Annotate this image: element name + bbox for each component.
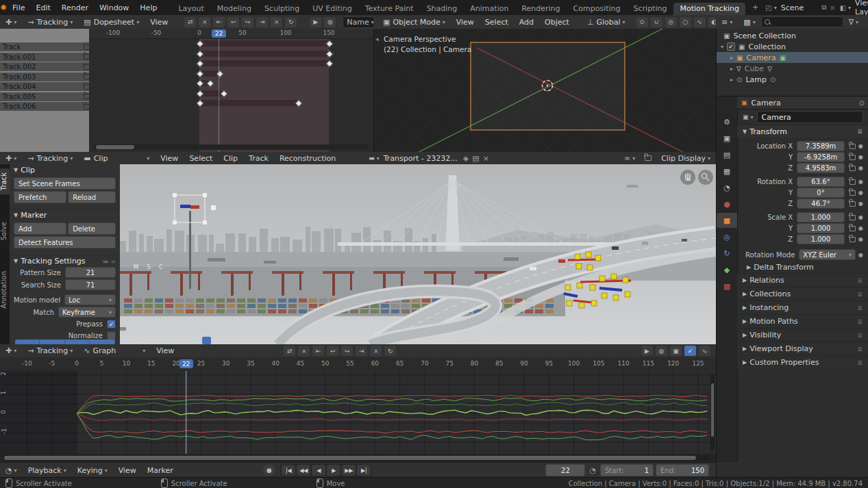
workspace-tab-texture-paint[interactable]: Texture Paint xyxy=(359,3,420,15)
jump-first-icon[interactable]: ⇤ xyxy=(312,345,325,357)
graph-hscrollbar[interactable] xyxy=(3,455,708,461)
menu-help[interactable]: Help xyxy=(134,0,162,15)
lock-icon[interactable] xyxy=(850,144,856,149)
graph-mode-dropdown[interactable]: ⇝Tracking▾ xyxy=(22,344,78,357)
properties-tab-tool[interactable]: ⚙ xyxy=(717,114,737,129)
workspace-tab-layout[interactable]: Layout xyxy=(172,3,210,15)
snap-magnet-icon[interactable]: ∪ xyxy=(650,16,663,28)
workspace-tab-sculpting[interactable]: Sculpting xyxy=(258,3,306,15)
clip-menu-view[interactable]: View xyxy=(155,152,184,164)
properties-tab-object-data[interactable]: ◆ xyxy=(717,262,737,277)
channel-track.005[interactable]: Track.005 xyxy=(0,92,93,101)
current-frame-field[interactable]: 22 xyxy=(545,464,585,476)
viewport-menu-view[interactable]: View xyxy=(451,15,480,29)
section-collections[interactable]: ▶Collections≣ xyxy=(737,287,868,300)
graph-view-menu[interactable]: View xyxy=(151,344,179,357)
match-dropdown[interactable]: Keyframe▾ xyxy=(58,307,116,318)
outliner-item-camera[interactable]: Camera xyxy=(746,53,776,62)
expand-icon[interactable]: ▸ xyxy=(730,55,733,61)
clip-menu-select[interactable]: Select xyxy=(184,152,218,164)
scene-selector[interactable]: ◰▾ Scene ⧉ × xyxy=(765,2,835,13)
value-field[interactable]: 4.9583m xyxy=(797,163,845,173)
clip-display-dropdown[interactable]: Clip Display▾ xyxy=(656,152,716,164)
motion-model-dropdown[interactable]: Loc▾ xyxy=(64,294,116,305)
viewport-menu-object[interactable]: Object xyxy=(539,15,575,29)
detect-features-button[interactable]: Detect Features xyxy=(14,236,116,248)
outliner-filter-button[interactable]: ∇▾ xyxy=(843,15,864,29)
section-custom-properties[interactable]: ▶Custom Properties≣ xyxy=(737,355,868,369)
clip-editor-type-button[interactable]: ✚▾ xyxy=(0,152,22,164)
graph-area[interactable]: 210-1 xyxy=(0,371,716,462)
breadcrumb[interactable]: Camera xyxy=(752,99,781,107)
section-visibility[interactable]: ▶Visibility≣ xyxy=(737,328,868,342)
current-frame-tag[interactable]: 22 xyxy=(212,29,226,38)
menu-file[interactable]: File xyxy=(7,0,30,15)
viewport-menu-select[interactable]: Select xyxy=(480,15,514,29)
viewport-menu-add[interactable]: Add xyxy=(514,15,539,29)
channel-track.002[interactable]: Track.002 xyxy=(0,62,93,71)
frame-start-field[interactable]: Start:1 xyxy=(600,464,654,476)
workspace-tab-shading[interactable]: Shading xyxy=(421,3,464,15)
clip-menu-track[interactable]: Track xyxy=(243,152,274,164)
lock-icon[interactable] xyxy=(850,201,856,207)
clear-icon[interactable]: × xyxy=(270,16,283,28)
prev-key-icon[interactable]: ↩ xyxy=(326,345,339,357)
gizmo-icon[interactable]: ∿ xyxy=(693,16,706,28)
graph-view-dropdown[interactable]: ∿Graph▾ xyxy=(78,344,151,357)
workspace-tab-scripting[interactable]: Scripting xyxy=(628,3,673,15)
jump-to-start-button[interactable]: |◀ xyxy=(282,465,295,476)
prefetch-button[interactable]: Prefetch xyxy=(14,191,66,203)
graph-ruler[interactable]: -10-505101520253035404550556065707580859… xyxy=(0,357,716,372)
prepass-checkbox[interactable]: ✓ xyxy=(107,320,116,329)
blender-logo-icon[interactable]: ✹ xyxy=(0,3,7,12)
clip-filter-icon[interactable]: ▣ xyxy=(669,345,682,357)
panel-header-clip[interactable]: ▼Clip xyxy=(10,164,120,176)
play-reverse-button[interactable]: ◀ xyxy=(312,465,325,476)
clip-tab-track[interactable]: Track xyxy=(0,168,10,194)
push-down-icon[interactable]: ⇄ xyxy=(184,16,197,28)
outliner-item-cube[interactable]: Cube xyxy=(745,64,764,73)
graph-vscrollbar[interactable] xyxy=(710,374,715,450)
lock-icon[interactable] xyxy=(850,190,856,196)
collection-label[interactable]: Collection xyxy=(748,42,785,51)
properties-tab-render[interactable]: ▣ xyxy=(717,131,737,146)
cursor-tool-icon[interactable]: ▶ xyxy=(309,16,322,28)
clear-icon[interactable]: × xyxy=(369,345,382,357)
viewport-3d[interactable]: Camera Perspective (22) Collection | Cam… xyxy=(373,29,717,153)
channel-track.003[interactable]: Track.003 xyxy=(0,73,93,81)
workspace-tab-animation[interactable]: Animation xyxy=(464,3,514,15)
add-button[interactable]: Add xyxy=(14,222,66,235)
copy-scene-icon[interactable]: ⧉ xyxy=(821,3,826,12)
pin-icon[interactable]: ⊙ xyxy=(859,99,865,107)
timeline-menu-view[interactable]: View xyxy=(113,463,142,478)
workspace-tab-motion-tracking[interactable]: Motion Tracking xyxy=(673,3,745,15)
delete-button[interactable]: Delete xyxy=(68,222,116,235)
delta-transform-header[interactable]: ▶Delta Transform xyxy=(737,261,868,273)
clip-datablock-selector[interactable]: ▬▾ Transport - 23232... ◈ ▤ × xyxy=(369,153,489,164)
rotation-mode-dropdown[interactable]: XYZ Euler▾ xyxy=(799,249,856,260)
menu-render[interactable]: Render xyxy=(56,0,94,15)
workspace-tab-modeling[interactable]: Modeling xyxy=(211,3,258,15)
properties-tab-physics[interactable]: ↻ xyxy=(717,246,737,261)
jump-to-end-button[interactable]: ▶| xyxy=(357,465,371,476)
channel-track.006[interactable]: Track.006 xyxy=(0,102,93,111)
next-keyframe-button[interactable]: ▶▶ xyxy=(342,465,356,476)
clip-mode-dropdown[interactable]: ⇝Tracking▾ xyxy=(22,152,78,164)
timeline-menu-keying[interactable]: Keying▾ xyxy=(72,463,113,478)
pattern-size-field[interactable]: 21 xyxy=(65,267,116,278)
dopesheet-keyframe-area[interactable]: -100-50050100150 22 xyxy=(89,29,373,152)
value-field[interactable]: 0° xyxy=(797,188,845,198)
delete-scene-icon[interactable]: × xyxy=(829,3,835,12)
dopesheet-mode-tracking[interactable]: ⇝Tracking▾ xyxy=(22,15,78,29)
dopesheet-hscrollbar[interactable] xyxy=(93,144,369,150)
graph-editor-type-button[interactable]: ✚▾ xyxy=(0,344,22,357)
value-field[interactable]: 1.000 xyxy=(797,212,845,222)
lock-icon[interactable] xyxy=(850,179,856,185)
unlink-clip-icon[interactable]: × xyxy=(483,154,489,163)
auto-keying-button[interactable]: ● xyxy=(262,464,275,476)
properties-tab-constraints[interactable]: ◎ xyxy=(717,229,737,244)
channel-track.001[interactable]: Track.001 xyxy=(0,53,93,62)
transform-panel-header[interactable]: ▼Transform ≣ xyxy=(737,125,868,138)
expand-icon[interactable]: ▾ xyxy=(721,44,723,50)
lock-icon[interactable] xyxy=(850,215,856,220)
